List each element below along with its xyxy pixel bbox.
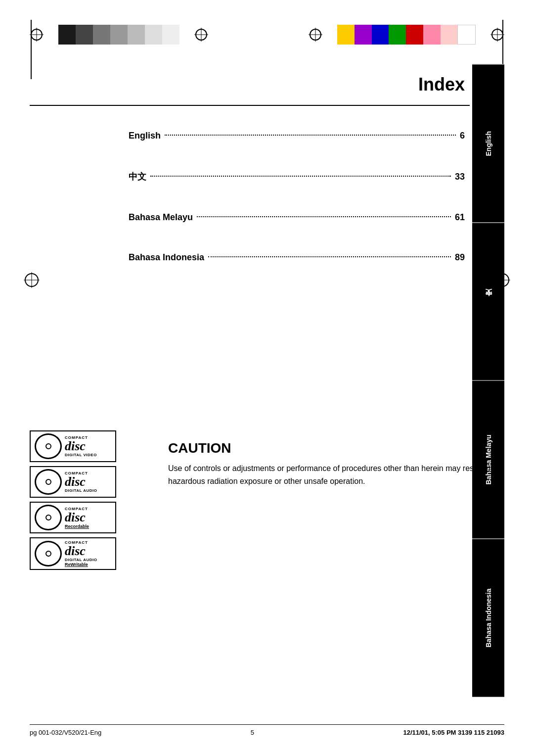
toc-dots-indonesian [208,256,451,257]
toc-page-malay: 61 [455,212,465,223]
disc-text-dv: COMPACT disc DIGITAL VIDEO [65,435,97,457]
toc-entry-english: English 6 [30,116,504,156]
disc-icon-da [35,469,62,495]
disc-sub-da: DIGITAL AUDIO [65,488,97,493]
toc-entry-indonesian: Bahasa Indonesia 89 [30,237,504,278]
footer-center: 5 [251,729,254,736]
toc-dots-english [165,135,456,136]
top-registration-area [30,25,504,45]
disc-icon-rec [35,505,62,530]
disc-text-da: COMPACT disc DIGITAL AUDIO [65,471,97,493]
reg-mark-top-center-right [309,28,322,42]
toc-page-indonesian: 89 [455,252,465,263]
reg-mark-left-mid [24,272,40,290]
disc-sub-rw: DIGITAL AUDIO [65,558,97,562]
reg-mark-top-left [30,28,44,42]
caution-column: CAUTION Use of controls or adjustments o… [148,430,494,570]
disc-icon-rw [35,541,62,567]
disc-text-rec: COMPACT disc Recordable [65,507,89,529]
toc-label-malay: Bahasa Melayu [129,212,193,223]
toc-label-english: English [129,131,161,141]
disc-inner-rw [45,551,51,557]
color-strip-right [337,25,476,45]
page-title: Index [30,74,504,95]
color-strip-left [58,25,179,45]
disc-sub-rec: Recordable [65,524,89,529]
toc-entry-malay: Bahasa Melayu 61 [30,197,504,237]
footer-left: pg 001-032/V520/21-Eng [30,729,101,736]
top-right-reg-group [309,25,504,45]
toc-container: English 6 中文 33 Bahasa Melayu 61 Bahasa … [30,106,504,278]
main-content-area: Index English 中文 Bahasa Melayu Bahasa In… [30,64,504,697]
toc-page-chinese: 33 [455,172,465,182]
disc-icon-dv [35,433,62,459]
toc-page-english: 6 [460,131,465,141]
disc-main-rw: disc [65,545,97,558]
lower-section: COMPACT disc DIGITAL VIDEO COMPACT disc … [30,430,494,570]
logo-digital-video: COMPACT disc DIGITAL VIDEO [30,430,116,462]
caution-text: Use of controls or adjustments or perfor… [168,462,494,487]
disc-text-rw: COMPACT disc DIGITAL AUDIO ReWritable [65,540,97,567]
logos-column: COMPACT disc DIGITAL VIDEO COMPACT disc … [30,430,129,570]
toc-entry-chinese: 中文 33 [30,156,504,197]
toc-label-chinese: 中文 [129,171,146,183]
reg-mark-right-mid [494,272,510,290]
disc-inner-rec [45,515,51,520]
disc-inner-da [45,479,51,485]
reg-mark-top-center-left [194,28,208,42]
logo-digital-audio: COMPACT disc DIGITAL AUDIO [30,466,116,498]
toc-label-indonesian: Bahasa Indonesia [129,252,204,263]
disc-main-rec: disc [65,511,89,524]
disc-sub-dv: DIGITAL VIDEO [65,453,97,457]
top-left-reg-group [30,25,208,45]
toc-dots-chinese [150,176,451,177]
page-number: 5 [485,411,490,421]
disc-inner-dv [45,443,51,449]
footer: pg 001-032/V520/21-Eng 5 12/11/01, 5:05 … [30,724,504,736]
logo-rewritable: COMPACT disc DIGITAL AUDIO ReWritable [30,537,116,570]
toc-dots-malay [197,216,451,217]
disc-extra-rw: ReWritable [65,562,97,567]
caution-title: CAUTION [168,440,494,456]
logo-recordable: COMPACT disc Recordable [30,502,116,533]
disc-main-dv: disc [65,440,97,453]
disc-main-da: disc [65,475,97,488]
footer-right: 12/11/01, 5:05 PM 3139 115 21093 [403,729,504,736]
